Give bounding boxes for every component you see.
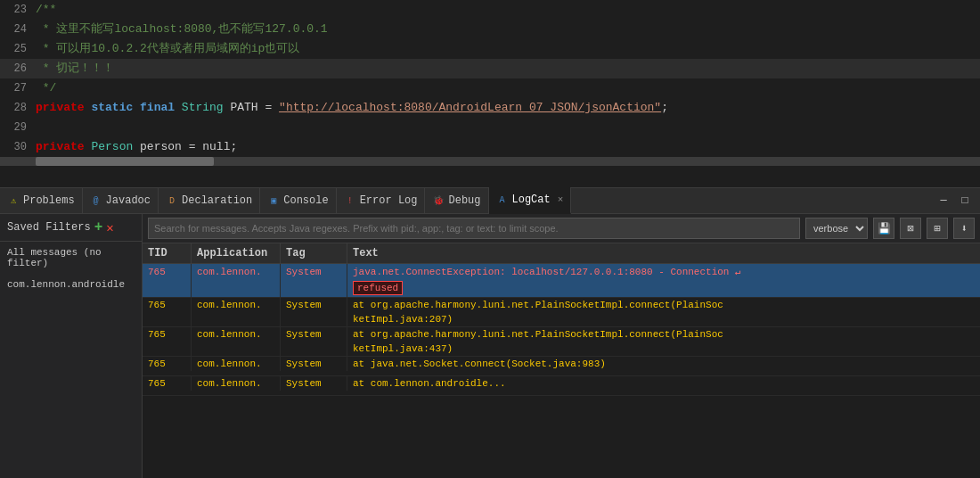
filters-add-button[interactable]: + — [94, 219, 103, 235]
console-tab-label: Console — [283, 194, 328, 207]
log-tag-4: System — [281, 376, 347, 391]
log-table: TID Application Tag Text 765com.lennon.S… — [143, 243, 980, 478]
log-tid-0: 765 — [143, 264, 192, 279]
log-tid-1: 765 — [143, 298, 192, 312]
log-row-0[interactable]: 765com.lennon.Systemjava.net.ConnectExce… — [143, 264, 980, 298]
filter-item-0[interactable]: All messages (no filter) — [0, 242, 142, 274]
log-text-4: at com.lennon.androidle... — [347, 376, 980, 391]
line-number: 24 — [0, 20, 36, 39]
log-text2-2: ketImpl.java:437) — [347, 342, 980, 356]
debug-tab-icon: 🐞 — [432, 194, 445, 207]
code-line-23: 23/** — [0, 0, 980, 20]
log-text2-0: refused — [347, 279, 980, 297]
logcat-tab-close[interactable]: × — [558, 194, 564, 205]
tab-javadoc[interactable]: @Javadoc — [83, 187, 159, 214]
log-tid-3: 765 — [143, 357, 192, 371]
line-number: 26 — [0, 59, 36, 78]
line-content: * 可以用10.0.2.2代替或者用局域网的ip也可以 — [36, 39, 980, 59]
tab-errorlog[interactable]: !Error Log — [337, 187, 426, 214]
code-line-25: 25 * 可以用10.0.2.2代替或者用局域网的ip也可以 — [0, 39, 980, 59]
line-content: private Person person = null; — [36, 137, 980, 157]
filter-item-1[interactable]: com.lennon.androidle — [0, 274, 142, 295]
log-tag-3: System — [281, 357, 347, 371]
code-horizontal-scrollbar[interactable] — [0, 157, 980, 166]
save-icon[interactable]: 💾 — [873, 218, 894, 239]
tab-debug[interactable]: 🐞Debug — [425, 187, 488, 214]
code-line-26: 26 * 切记！！！ — [0, 59, 980, 78]
code-line-27: 27 */ — [0, 78, 980, 98]
code-line-28: 28private static final String PATH = "ht… — [0, 98, 980, 118]
line-content: /** — [36, 0, 980, 20]
log-text-1: at org.apache.harmony.luni.net.PlainSock… — [347, 298, 980, 312]
tab-console[interactable]: ▣Console — [260, 187, 336, 214]
code-line-24: 24 * 这里不能写localhost:8080,也不能写127.0.0.1 — [0, 20, 980, 39]
log-tag-2: System — [281, 327, 347, 342]
tab-declaration[interactable]: DDeclaration — [159, 187, 260, 214]
log-text-0: java.net.ConnectException: localhost/127… — [347, 264, 980, 279]
scroll-icon[interactable]: ⬇ — [953, 218, 975, 239]
line-number: 29 — [0, 118, 36, 137]
code-line-29: 29 — [0, 118, 980, 137]
problems-tab-icon: ⚠ — [7, 194, 20, 207]
log-app-3: com.lennon. — [192, 357, 281, 371]
logcat-main: verbose debug info warn error 💾 ⊠ ⊞ ⬇ TI… — [143, 214, 980, 478]
tab-problems[interactable]: ⚠Problems — [0, 187, 83, 214]
log-tid-4: 765 — [143, 376, 192, 391]
log-app-4: com.lennon. — [192, 376, 281, 391]
log-row-2[interactable]: 765com.lennon.System at org.apache.harmo… — [143, 327, 980, 357]
line-content: * 切记！！！ — [36, 59, 980, 78]
filters-header: Saved Filters + ✕ — [0, 214, 142, 242]
log-app-2: com.lennon. — [192, 327, 281, 342]
log-rows[interactable]: 765com.lennon.Systemjava.net.ConnectExce… — [143, 264, 980, 478]
line-number: 30 — [0, 137, 36, 157]
log-text-2: at org.apache.harmony.luni.net.PlainSock… — [347, 327, 980, 342]
log-app-0: com.lennon. — [192, 264, 281, 279]
verbose-select[interactable]: verbose debug info warn error — [805, 218, 868, 239]
layout-icon[interactable]: ⊞ — [927, 218, 948, 239]
col-header-tag: Tag — [281, 243, 347, 263]
filters-sidebar: Saved Filters + ✕ All messages (no filte… — [0, 214, 143, 478]
javadoc-tab-label: Javadoc — [106, 194, 151, 207]
line-number: 28 — [0, 98, 36, 118]
line-content: */ — [36, 78, 980, 98]
code-line-30: 30private Person person = null; — [0, 137, 980, 157]
errorlog-tab-icon: ! — [344, 194, 356, 207]
tab-bar: ⚠Problems@JavadocDDeclaration▣Console!Er… — [0, 187, 980, 214]
log-row-4[interactable]: 765com.lennon.System at com.lennon.andro… — [143, 376, 980, 396]
line-content: private static final String PATH = "http… — [36, 98, 980, 118]
bottom-panel: Saved Filters + ✕ All messages (no filte… — [0, 214, 980, 478]
log-tag-1: System — [281, 298, 347, 312]
log-tid-2: 765 — [143, 327, 192, 342]
errorlog-tab-label: Error Log — [360, 194, 418, 207]
log-app-1: com.lennon. — [192, 298, 281, 312]
log-text2-1: ketImpl.java:207) — [347, 312, 980, 326]
maximize-button[interactable]: □ — [957, 193, 973, 209]
logcat-toolbar: verbose debug info warn error 💾 ⊠ ⊞ ⬇ — [143, 214, 980, 243]
debug-tab-label: Debug — [448, 194, 480, 207]
line-number: 27 — [0, 78, 36, 98]
filters-remove-button[interactable]: ✕ — [106, 220, 113, 235]
code-scrollbar-thumb[interactable] — [36, 157, 214, 166]
search-input[interactable] — [148, 218, 800, 239]
line-number: 25 — [0, 39, 36, 59]
logcat-tab-icon: A — [496, 194, 509, 206]
log-tag-0: System — [281, 264, 347, 279]
log-table-header: TID Application Tag Text — [143, 243, 980, 264]
logcat-tab-label: LogCat — [512, 194, 551, 206]
declaration-tab-icon: D — [166, 194, 178, 207]
line-number: 23 — [0, 0, 36, 20]
log-row-1[interactable]: 765com.lennon.System at org.apache.harmo… — [143, 298, 980, 327]
col-header-app: Application — [192, 243, 281, 263]
problems-tab-label: Problems — [23, 194, 75, 207]
line-content: * 这里不能写localhost:8080,也不能写127.0.0.1 — [36, 20, 980, 39]
code-editor: 23/**24 * 这里不能写localhost:8080,也不能写127.0.… — [0, 0, 980, 187]
javadoc-tab-icon: @ — [90, 194, 102, 207]
clear-icon[interactable]: ⊠ — [900, 218, 921, 239]
declaration-tab-label: Declaration — [182, 194, 252, 207]
error-highlight: refused — [353, 281, 403, 295]
col-header-text: Text — [347, 243, 980, 263]
minimize-button[interactable]: — — [935, 193, 951, 209]
log-row-3[interactable]: 765com.lennon.System at java.net.Socket.… — [143, 357, 980, 376]
filters-title: Saved Filters — [7, 221, 91, 234]
tab-logcat[interactable]: ALogCat× — [489, 187, 572, 214]
